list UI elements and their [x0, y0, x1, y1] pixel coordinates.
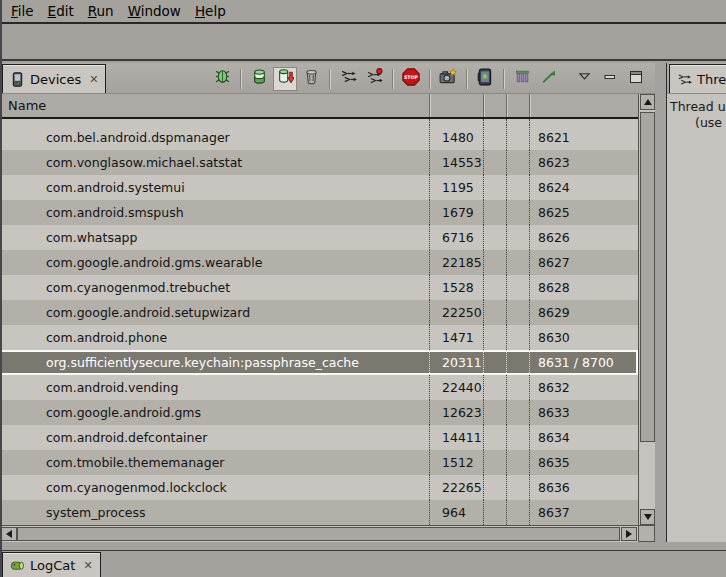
cell-heap-status	[484, 500, 507, 525]
toolbar-separator	[240, 69, 241, 89]
threads-tabbar: Threads	[667, 63, 726, 94]
cell-process-name: system_process	[0, 500, 430, 525]
view-menu-button[interactable]	[572, 67, 596, 91]
table-row[interactable]: com.android.smspush 1679 8625	[0, 200, 638, 225]
cell-process-name: com.android.vending	[0, 375, 430, 400]
cell-port: 8631 / 8700	[530, 350, 638, 375]
dump-hprof-button[interactable]	[273, 67, 297, 91]
scroll-down-button[interactable]	[640, 509, 655, 525]
tab-threads[interactable]: Threads	[669, 64, 726, 93]
close-icon[interactable]: ✕	[89, 73, 98, 86]
tab-logcat[interactable]: LogCat ✕	[2, 552, 101, 577]
cell-port: 8634	[530, 425, 638, 450]
table-row[interactable]: com.android.vending 22440 8632	[0, 375, 638, 400]
table-row[interactable]: com.google.android.setupwizard 22250 862…	[0, 300, 638, 325]
scroll-left-button[interactable]	[1, 527, 17, 541]
table-row[interactable]: com.whatsapp 6716 8626	[0, 225, 638, 250]
toolbar-separator	[466, 69, 467, 89]
cell-pid: 22440	[430, 375, 484, 400]
cell-pid: 20311	[430, 350, 484, 375]
menu-item[interactable]: Run	[81, 1, 121, 21]
sash-vertical[interactable]	[655, 63, 666, 542]
cell-port: 8637	[530, 500, 638, 525]
update-threads-button[interactable]	[336, 67, 360, 91]
phone-device-icon	[476, 68, 494, 90]
allocation-tracker-button[interactable]	[510, 67, 534, 91]
vertical-scrollbar[interactable]	[638, 94, 655, 525]
cell-process-name: com.android.phone	[0, 325, 430, 350]
table-row[interactable]: com.google.android.gms 12623 8633	[0, 400, 638, 425]
cell-thread-status	[507, 150, 530, 175]
threads-tab-label: Threads	[697, 72, 726, 87]
table-row[interactable]: com.android.systemui 1195 8624	[0, 175, 638, 200]
cell-pid: 1480	[430, 125, 484, 150]
column-header-heap[interactable]	[484, 94, 507, 117]
scroll-right-button[interactable]	[621, 527, 637, 541]
cell-port: 8629	[530, 300, 638, 325]
close-icon[interactable]: ✕	[83, 559, 92, 572]
scroll-up-button[interactable]	[640, 94, 655, 110]
right-arrow-icon	[626, 530, 632, 538]
horizontal-scrollbar[interactable]	[0, 525, 638, 542]
table-row[interactable]: com.tmobile.thememanager 1512 8635	[0, 450, 638, 475]
menu-item[interactable]: Edit	[41, 1, 81, 21]
bug-icon	[214, 68, 231, 89]
cell-pid: 1195	[430, 175, 484, 200]
devices-view-toolbar: STOP	[209, 64, 649, 93]
devices-tabbar: Devices ✕	[0, 63, 655, 94]
table-row[interactable]: com.android.phone 1471 8630	[0, 325, 638, 350]
column-header-name[interactable]: Name	[0, 94, 430, 117]
cause-gc-button[interactable]	[299, 67, 323, 91]
cell-process-name: com.bel.android.dspmanager	[0, 125, 430, 150]
menu-item[interactable]: Help	[188, 1, 233, 21]
cell-heap-status	[484, 400, 507, 425]
cell-pid: 1528	[430, 275, 484, 300]
table-row[interactable]: com.bel.android.dspmanager 1480 8621	[0, 125, 638, 150]
table-row[interactable]: system_process 964 8637	[0, 500, 638, 525]
sash-horizontal[interactable]	[0, 542, 726, 550]
threads-icon	[340, 68, 357, 89]
cell-pid: 1471	[430, 325, 484, 350]
minimize-button[interactable]	[598, 67, 622, 91]
table-row[interactable]: com.cyanogenmod.lockclock 22265 8636	[0, 475, 638, 500]
column-header-pid[interactable]	[430, 94, 484, 117]
threads-message-line2: (use toolbar button to enable)	[695, 115, 726, 130]
down-arrow-icon	[644, 514, 652, 520]
device-capture-button[interactable]	[473, 67, 497, 91]
minimize-icon	[602, 69, 618, 89]
tab-devices[interactable]: Devices ✕	[2, 64, 106, 93]
vertical-scroll-thumb[interactable]	[640, 112, 655, 442]
horizontal-scroll-thumb[interactable]	[17, 527, 620, 541]
table-row[interactable]: com.cyanogenmod.trebuchet 1528 8628	[0, 275, 638, 300]
cell-pid: 22250	[430, 300, 484, 325]
method-profiling-button[interactable]	[362, 67, 386, 91]
menu-item[interactable]: File	[4, 1, 41, 21]
cell-thread-status	[507, 375, 530, 400]
main-toolbar	[0, 26, 726, 61]
start-trace-button[interactable]	[536, 67, 560, 91]
cell-port: 8627	[530, 250, 638, 275]
debug-process-button[interactable]	[210, 67, 234, 91]
cell-heap-status	[484, 150, 507, 175]
table-header: Name	[0, 94, 638, 119]
cell-process-name: org.sufficientlysecure.keychain:passphra…	[0, 350, 430, 375]
maximize-button[interactable]	[624, 67, 648, 91]
cell-heap-status	[484, 350, 507, 375]
table-row[interactable]: org.sufficientlysecure.keychain:passphra…	[0, 350, 638, 375]
update-heap-button[interactable]	[247, 67, 271, 91]
screen-capture-button[interactable]	[436, 67, 460, 91]
cell-heap-status	[484, 125, 507, 150]
scrollbar-corner	[638, 525, 655, 542]
cell-pid: 12623	[430, 400, 484, 425]
table-row[interactable]: com.vonglasow.michael.satstat 14553 8623	[0, 150, 638, 175]
svg-text:STOP: STOP	[404, 75, 419, 80]
column-header-port[interactable]	[530, 94, 638, 117]
cell-thread-status	[507, 325, 530, 350]
cell-port: 8624	[530, 175, 638, 200]
column-header-threads[interactable]	[507, 94, 530, 117]
table-row[interactable]: com.android.defcontainer 14411 8634	[0, 425, 638, 450]
menu-item[interactable]: Window	[121, 1, 188, 21]
table-row[interactable]: com.google.android.gms.wearable 22185 86…	[0, 250, 638, 275]
cell-process-name: com.android.systemui	[0, 175, 430, 200]
stop-process-button[interactable]: STOP	[399, 67, 423, 91]
